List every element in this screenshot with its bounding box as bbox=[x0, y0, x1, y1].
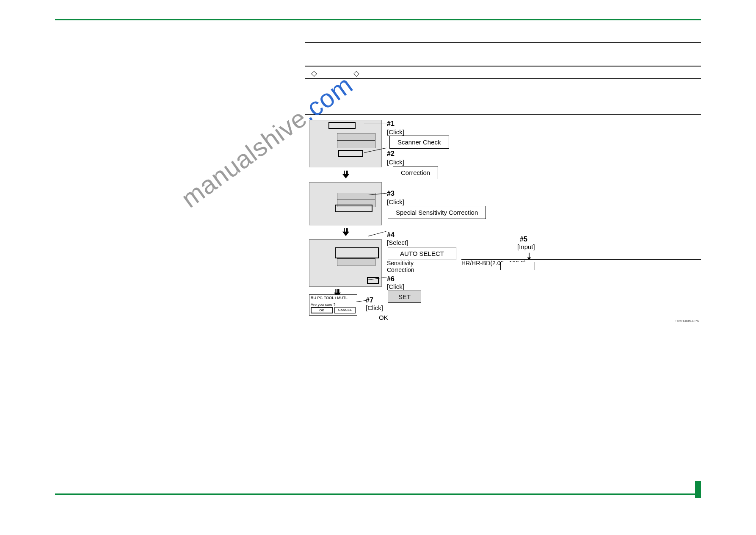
dialog-ok-button[interactable]: OK bbox=[311, 307, 333, 313]
diamond-bullet-icon: ◇ bbox=[353, 69, 359, 78]
confirm-dialog: RU PC-TOOL / MUTL Are you sure ? OK CANC… bbox=[309, 294, 357, 316]
page-bottom-rule bbox=[55, 493, 701, 495]
leader-line bbox=[356, 300, 367, 302]
step-tag: #2 bbox=[387, 150, 395, 158]
step-tag: #7 bbox=[366, 297, 373, 304]
sensitivity-value-input[interactable] bbox=[500, 262, 535, 270]
page-top-rule bbox=[55, 19, 701, 20]
section-rule bbox=[305, 78, 701, 79]
special-sensitivity-button[interactable]: Special Sensitivity Correction bbox=[388, 206, 486, 219]
down-arrow-icon bbox=[340, 169, 352, 180]
step-action: [Select] bbox=[387, 239, 408, 246]
scanner-check-button[interactable]: Scanner Check bbox=[389, 136, 449, 149]
page-edge-tab bbox=[695, 481, 701, 498]
screenshot-step1 bbox=[309, 120, 382, 167]
step-action: [Click] bbox=[387, 158, 404, 166]
highlight-box bbox=[335, 247, 379, 258]
ui-bar bbox=[337, 133, 376, 141]
dialog-cancel-button[interactable]: CANCEL bbox=[334, 307, 356, 313]
watermark-text: manualshive bbox=[176, 104, 312, 213]
figure-filename: FR5H3I05.EPS bbox=[675, 319, 699, 323]
input-range-label: HR/HR-BD(2.00 - 199.0) bbox=[461, 259, 701, 266]
step-tag: #4 bbox=[387, 231, 395, 239]
diamond-bullet-icon: ◇ bbox=[311, 69, 317, 78]
leader-line bbox=[364, 124, 387, 124]
dialog-message: Are you sure ? bbox=[309, 301, 357, 307]
step-action: [Click] bbox=[366, 304, 383, 311]
correction-button[interactable]: Correction bbox=[393, 166, 438, 179]
step-action: [Input] bbox=[517, 243, 535, 250]
highlight-box bbox=[338, 150, 363, 157]
dialog-title: RU PC-TOOL / MUTL bbox=[309, 295, 357, 301]
step-tag: #1 bbox=[387, 120, 395, 128]
step-tag: #6 bbox=[387, 275, 395, 283]
step-action: [Click] bbox=[387, 128, 404, 136]
section-rule bbox=[305, 66, 701, 67]
screenshot-step4 bbox=[309, 239, 382, 287]
leader-line bbox=[368, 231, 386, 236]
step-tag: #3 bbox=[387, 190, 395, 197]
ok-button[interactable]: OK bbox=[366, 312, 401, 323]
highlight-box bbox=[335, 205, 372, 212]
auto-select-option[interactable]: AUTO SELECT bbox=[388, 247, 456, 260]
step-action: [Click] bbox=[387, 283, 404, 290]
highlight-box bbox=[328, 122, 356, 129]
ui-bar bbox=[337, 141, 376, 148]
sensitivity-correction-label: Sensitivity Correction bbox=[387, 260, 414, 273]
step-action: [Click] bbox=[387, 198, 404, 205]
down-arrow-icon bbox=[340, 226, 352, 238]
section-rule bbox=[305, 114, 701, 115]
set-button[interactable]: SET bbox=[388, 291, 421, 303]
ui-bar bbox=[337, 258, 376, 266]
section-rule bbox=[305, 42, 701, 43]
step-tag: #5 bbox=[520, 236, 527, 243]
screenshot-step3 bbox=[309, 182, 382, 225]
down-arrow-icon bbox=[524, 252, 534, 261]
